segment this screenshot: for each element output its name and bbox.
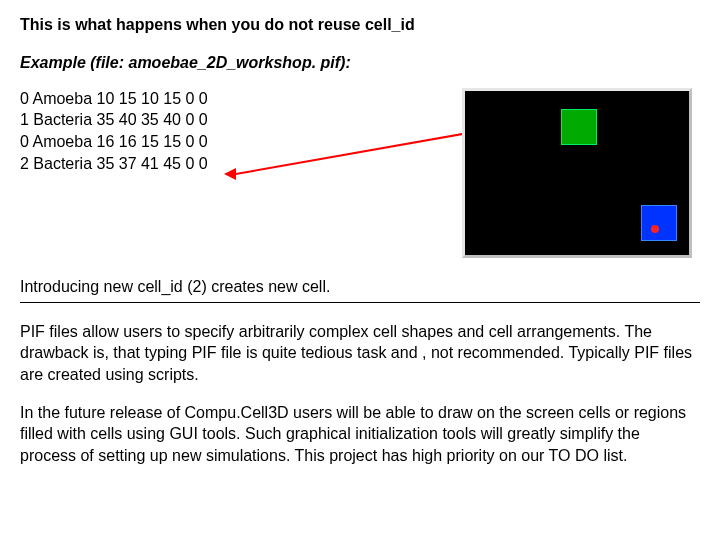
example-label: Example (file: amoebae_2D_workshop. pif)… — [20, 54, 700, 72]
example-row: 0 Amoeba 10 15 10 15 0 0 1 Bacteria 35 4… — [20, 88, 700, 258]
pif-line: 2 Bacteria 35 37 41 45 0 0 — [20, 153, 250, 175]
callout-dot-icon — [651, 225, 659, 233]
bacteria-cell-icon — [641, 205, 677, 241]
amoeba-cell-icon — [561, 109, 597, 145]
pif-line: 0 Amoeba 16 16 15 15 0 0 — [20, 131, 250, 153]
paragraph: In the future release of Compu.Cell3D us… — [20, 402, 700, 467]
caption-text: Introducing new cell_id (2) creates new … — [20, 278, 700, 296]
divider — [20, 302, 700, 303]
simulation-thumbnail — [462, 88, 692, 258]
pif-line: 1 Bacteria 35 40 35 40 0 0 — [20, 109, 250, 131]
page-title: This is what happens when you do not reu… — [20, 15, 700, 36]
pif-line: 0 Amoeba 10 15 10 15 0 0 — [20, 88, 250, 110]
paragraph: PIF files allow users to specify arbitra… — [20, 321, 700, 386]
pif-listing: 0 Amoeba 10 15 10 15 0 0 1 Bacteria 35 4… — [20, 88, 250, 174]
